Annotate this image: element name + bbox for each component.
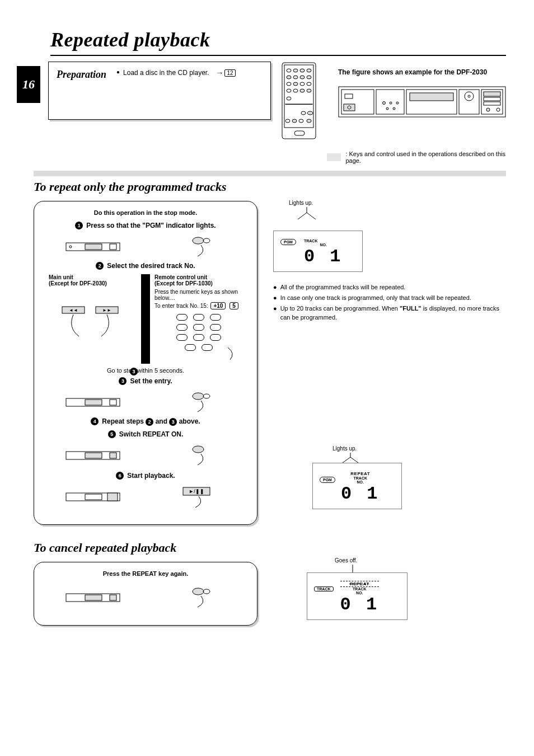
svg-rect-30	[344, 104, 355, 111]
svg-text:►►: ►►	[102, 308, 111, 313]
main-unit-title: Main unit	[49, 274, 137, 280]
svg-point-5	[307, 69, 311, 72]
svg-text:◄◄: ◄◄	[69, 308, 78, 313]
svg-point-34	[390, 102, 392, 104]
remote-sub: (Except for DPF-1030)	[154, 280, 242, 287]
display2-callout-icon	[339, 453, 506, 463]
steps-box: Do this operation in the stop mode. 1 Pr…	[34, 201, 257, 525]
svg-point-35	[396, 102, 399, 104]
svg-rect-81	[110, 595, 116, 600]
svg-point-53	[193, 237, 204, 244]
track-badge: TRACK	[314, 586, 334, 591]
svg-point-15	[293, 89, 298, 92]
svg-rect-19	[285, 104, 312, 105]
svg-point-63	[203, 394, 210, 398]
section-bar	[34, 171, 506, 176]
step-4-ref-a-icon: 2	[146, 418, 153, 426]
svg-point-3	[293, 69, 298, 72]
main-unit-sub: (Except for DPF-2030)	[49, 280, 137, 287]
svg-point-37	[393, 107, 395, 110]
display-panel-3: TRACK REPEAT TRACK NO. 0 1	[307, 572, 407, 620]
svg-point-51	[69, 246, 72, 248]
display1-value: 0 1	[304, 248, 343, 266]
svg-point-10	[287, 82, 291, 86]
svg-point-13	[307, 82, 311, 86]
svg-rect-70	[107, 493, 118, 501]
bullet-icon: ●	[116, 69, 120, 75]
svg-point-62	[193, 393, 204, 400]
remote-diagram	[279, 62, 319, 164]
goto-step3-text: Go to step within 5 seconds.	[107, 367, 184, 374]
display3-value: 0 1	[340, 596, 380, 614]
svg-text:►/❚❚: ►/❚❚	[189, 489, 204, 495]
svg-point-12	[300, 82, 305, 86]
svg-point-7	[293, 76, 298, 79]
notes-list: ●All of the programmed tracks will be re…	[273, 283, 506, 322]
step-1-label: Press so that the "PGM" indicator lights…	[86, 222, 216, 229]
svg-point-14	[287, 89, 291, 92]
cancel-steps-box: Press the REPEAT key again.	[34, 562, 257, 626]
step-6-icon: 6	[116, 472, 124, 480]
main-unit-skip-diagram: ◄◄ ►►	[49, 303, 137, 342]
section-heading-cancel: To cancel repeated playback	[34, 541, 506, 555]
pgm-badge-2: PGM	[320, 477, 335, 483]
cancel-main-unit-diagram	[44, 586, 142, 609]
display3-callout-icon	[341, 565, 506, 572]
svg-rect-80	[85, 595, 102, 600]
svg-point-4	[300, 69, 305, 72]
page-number-tab: 16	[17, 66, 40, 103]
remote-diagram-5	[149, 444, 247, 467]
step-4-label: Repeat steps 2 and 3 above.	[102, 417, 200, 426]
step-2-icon: 2	[96, 262, 104, 270]
precondition: Do this operation in the stop mode.	[44, 209, 247, 216]
key-5: 5	[229, 302, 238, 309]
svg-point-23	[292, 119, 297, 123]
svg-rect-46	[484, 102, 500, 105]
step-3-icon: 3	[119, 377, 127, 385]
remote-instr-2-prefix: To enter track No. 15:	[154, 303, 208, 309]
step-3-label: Set the entry.	[130, 377, 172, 385]
svg-rect-29	[345, 94, 353, 98]
main-unit-diagram-3	[44, 391, 142, 414]
svg-point-20	[301, 111, 306, 115]
svg-point-22	[285, 119, 290, 123]
step-6-label: Start playback.	[127, 472, 175, 480]
svg-point-42	[468, 95, 470, 97]
svg-point-41	[465, 92, 474, 101]
svg-point-6	[287, 76, 291, 79]
svg-point-17	[307, 89, 311, 92]
svg-point-24	[299, 119, 303, 123]
svg-rect-50	[85, 244, 102, 250]
track-label-2: TRACK	[341, 476, 380, 480]
svg-point-67	[193, 446, 204, 453]
remote-instr-1: Press the numeric keys as shown below...…	[154, 289, 242, 301]
repeat-label: REPEAT	[341, 471, 380, 476]
main-unit-diagram-6	[44, 485, 142, 509]
display2-caption: Lights up.	[332, 445, 506, 452]
svg-point-83	[203, 589, 210, 594]
svg-point-11	[293, 82, 298, 86]
svg-line-75	[307, 213, 316, 219]
main-unit-diagram-1	[44, 235, 142, 259]
main-unit-diagram-5	[44, 444, 142, 467]
display-panel-1: PGM TRACK NO. 0 1	[273, 231, 363, 272]
step-4-icon: 4	[91, 417, 99, 425]
page-title: Repeated playback	[50, 28, 506, 51]
system-diagram	[338, 86, 506, 119]
svg-rect-26	[294, 131, 305, 135]
title-rule	[50, 55, 506, 56]
display3-caption: Goes off.	[335, 557, 506, 564]
svg-point-47	[486, 108, 490, 111]
svg-rect-44	[484, 92, 500, 96]
preparation-label: Preparation	[57, 69, 106, 112]
svg-line-78	[350, 457, 358, 463]
step-5-icon: 5	[108, 430, 116, 438]
svg-point-21	[307, 111, 313, 115]
display1-callout-icon	[296, 207, 506, 219]
step-4-ref-b-icon: 3	[169, 418, 177, 426]
top-row: 16 Preparation ● Load a disc in the CD p…	[17, 62, 506, 164]
track-label: TRACK	[304, 239, 343, 243]
svg-rect-39	[410, 93, 453, 101]
goto-step3-num-icon: 3	[130, 368, 138, 375]
cancel-remote-diagram	[149, 586, 247, 609]
